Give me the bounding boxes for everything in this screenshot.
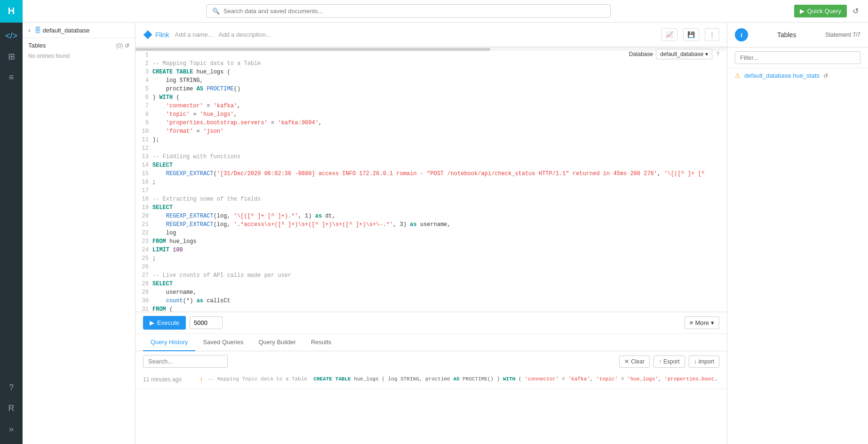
tab-actions-bar: ✕ Clear ↑ Export ↓ import <box>135 351 727 371</box>
code-line: 19SELECT <box>135 203 727 212</box>
code-line: 6) WITH ( <box>135 93 727 102</box>
right-panel: i Tables Statement 7/7 ⚠ default_databas… <box>727 23 868 444</box>
refresh-tables-icon[interactable]: ↺ <box>125 42 129 49</box>
import-button[interactable]: ↓ import <box>689 355 719 368</box>
clear-button[interactable]: ✕ Clear <box>619 355 650 368</box>
code-line: 17 <box>135 186 727 195</box>
share-button[interactable]: 📈 <box>661 28 677 41</box>
flink-label: 🔷 Flink <box>143 30 169 39</box>
user-icon: R <box>8 404 15 413</box>
execute-button[interactable]: ▶ Execute <box>143 316 186 330</box>
tab-results[interactable]: Results <box>303 334 339 351</box>
sidebar-item-code[interactable]: </> <box>2 26 21 45</box>
help-icon[interactable]: ? <box>716 51 719 57</box>
limit-input[interactable] <box>190 316 223 329</box>
code-line: 29 username, <box>135 288 727 297</box>
bottom-panel: ▶ Execute ≡ More ▾ Query History Saved Q… <box>135 312 727 444</box>
history-query-text[interactable]: -- Mapping Topic data to a Table CREATE … <box>208 376 719 382</box>
add-description-link[interactable]: Add a description... <box>219 31 271 38</box>
code-line: 21 REGEXP_EXTRACT(log, '.*access\s+([^ ]… <box>135 220 727 229</box>
code-line: 31FROM ( <box>135 305 727 312</box>
database-selector: Database default_database ▾ <box>629 49 712 59</box>
code-line: 8 'topic' = 'hue_logs', <box>135 110 727 119</box>
top-bar-actions: ▶ Quick Query ↺ <box>794 5 860 17</box>
help-icon: ? <box>9 383 14 393</box>
refresh-icon[interactable]: ↺ <box>823 73 828 79</box>
code-line: 16; <box>135 178 727 186</box>
export-button[interactable]: ↑ Export <box>653 355 685 368</box>
sidebar-item-user[interactable]: R <box>2 399 21 418</box>
editor-area: Database default_database ▾ ? 1 2-- Mapp… <box>135 47 727 312</box>
editor-header: 🔷 Flink Add a name... Add a description.… <box>135 23 727 47</box>
search-box[interactable]: 🔍 <box>206 4 611 18</box>
history-item: 11 minutes ago ! -- Mapping Topic data t… <box>135 371 727 389</box>
code-line: 12 <box>135 144 727 153</box>
search-input[interactable] <box>223 8 605 15</box>
warning-icon: ⚠ <box>735 72 741 79</box>
back-button[interactable]: ‹ <box>28 26 31 34</box>
code-line: 13-- Fiddling with functions <box>135 153 727 161</box>
tab-content: ✕ Clear ↑ Export ↓ import 11 minutes ago… <box>135 351 727 444</box>
database-breadcrumb: 🗄 default_database <box>34 26 90 34</box>
more-icon: ≡ <box>690 319 693 326</box>
code-line: 24LIMIT 100 <box>135 246 727 254</box>
play-icon: ▶ <box>150 319 154 326</box>
scrollbar-thumb <box>135 48 490 51</box>
sidebar-item-tables[interactable]: ⊞ <box>2 47 21 66</box>
code-line: 5 proctime AS PROCTIME() <box>135 85 727 93</box>
editor-toolbar: Database default_database ▾ ? <box>629 49 719 59</box>
execute-bar: ▶ Execute ≡ More ▾ <box>135 312 727 334</box>
code-icon: </> <box>5 31 17 41</box>
sidebar-item-help[interactable]: ? <box>2 378 21 397</box>
chevron-down-icon: ▾ <box>705 51 708 57</box>
code-line: 15 REGEXP_EXTRACT('[31/Dec/2020 06:02:36… <box>135 170 727 178</box>
history-search-input[interactable] <box>143 355 228 368</box>
left-sidebar: </> ⊞ ≡ ? R » <box>0 23 23 444</box>
tab-query-builder[interactable]: Query Builder <box>251 334 303 351</box>
database-selector-dropdown[interactable]: default_database ▾ <box>656 49 712 59</box>
search-icon: 🔍 <box>212 8 220 15</box>
reset-button[interactable]: ↺ <box>851 5 860 17</box>
warning-icon: ! <box>200 376 202 384</box>
sidebar-item-charts[interactable]: ≡ <box>2 68 21 87</box>
code-line: 20 REGEXP_EXTRACT(log, '\[([^ ]+ [^ ]+).… <box>135 212 727 220</box>
code-line: 25; <box>135 254 727 263</box>
code-line: 27-- Live counts of API calls made per u… <box>135 271 727 280</box>
code-line: 11); <box>135 136 727 144</box>
file-browser: ‹ 🗄 default_database Tables (0) ↺ No ent… <box>23 23 135 444</box>
code-line: 3CREATE TABLE hue_logs ( <box>135 68 727 76</box>
code-line: 22 log <box>135 229 727 237</box>
flink-icon: 🔷 <box>143 30 152 39</box>
tab-query-history[interactable]: Query History <box>143 334 195 351</box>
chart-icon: ≡ <box>9 73 14 82</box>
right-panel-search <box>727 48 868 68</box>
tables-section: Tables (0) ↺ No entries found <box>23 38 135 65</box>
sidebar-item-expand[interactable]: » <box>2 420 21 438</box>
code-line: 9 'properties.bootstrap.servers' = 'kafk… <box>135 119 727 127</box>
quick-query-button[interactable]: ▶ Quick Query <box>794 5 847 17</box>
tabs-bar: Query History Saved Queries Query Builde… <box>135 334 727 351</box>
tab-saved-queries[interactable]: Saved Queries <box>195 334 251 351</box>
chevron-down-icon: ▾ <box>711 319 714 326</box>
add-name-link[interactable]: Add a name... <box>175 31 213 38</box>
app-logo: H <box>0 0 23 23</box>
filter-input[interactable] <box>735 51 860 64</box>
save-button[interactable]: 💾 <box>683 28 699 41</box>
history-list: 11 minutes ago ! -- Mapping Topic data t… <box>135 371 727 444</box>
code-editor[interactable]: 1 2-- Mapping Topic data to a Table 3CRE… <box>135 47 727 312</box>
tables-meta: (0) ↺ <box>116 42 129 49</box>
more-actions-button[interactable]: ⋮ <box>705 28 719 41</box>
expand-icon: » <box>9 424 14 434</box>
tables-header: Tables (0) ↺ <box>28 42 129 49</box>
more-button[interactable]: ≡ More ▾ <box>685 316 719 329</box>
code-line: 26 <box>135 263 727 271</box>
info-icon: i <box>735 28 748 41</box>
import-icon: ↓ <box>694 358 697 365</box>
top-bar: H 🔍 ▶ Quick Query ↺ <box>0 0 868 23</box>
export-icon: ↑ <box>659 358 661 365</box>
clear-icon: ✕ <box>624 358 629 365</box>
search-area: 🔍 <box>30 4 787 18</box>
table-item[interactable]: ⚠ default_database.hue_stats ↺ <box>727 68 868 83</box>
code-line: 28SELECT <box>135 280 727 288</box>
code-line: 18-- Extracting some of the fields <box>135 195 727 203</box>
